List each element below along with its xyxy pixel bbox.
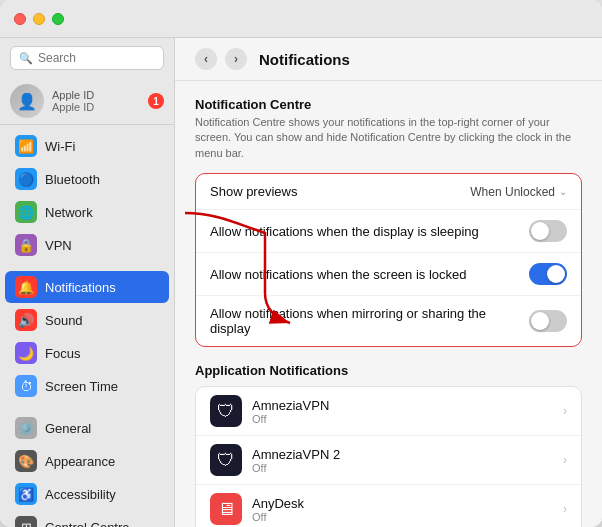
anydesk-chevron: › (563, 502, 567, 516)
anydesk-name: AnyDesk (252, 496, 553, 511)
apple-id-label: Apple ID (52, 101, 140, 113)
sidebar-label-screentime: Screen Time (45, 379, 118, 394)
search-input[interactable] (38, 51, 155, 65)
close-button[interactable] (14, 13, 26, 25)
sidebar-label-bluetooth: Bluetooth (45, 172, 100, 187)
detail-pane: ‹ › Notifications Notification Centre No… (175, 38, 602, 527)
notifications-icon: 🔔 (15, 276, 37, 298)
allow-mirroring-row: Allow notifications when mirroring or sh… (196, 296, 581, 346)
allow-mirroring-knob (531, 312, 549, 330)
sidebar-item-controlcentre[interactable]: ⊞ Control Centre (5, 511, 169, 527)
detail-body: Notification Centre Notification Centre … (175, 81, 602, 527)
anydesk-status: Off (252, 511, 553, 523)
allow-sleeping-label: Allow notifications when the display is … (210, 224, 479, 239)
allow-locked-label: Allow notifications when the screen is l… (210, 267, 467, 282)
maximize-button[interactable] (52, 13, 64, 25)
vpn-icon: 🔒 (15, 234, 37, 256)
traffic-lights (14, 13, 64, 25)
search-box[interactable]: 🔍 (10, 46, 164, 70)
general-icon: ⚙️ (15, 417, 37, 439)
show-previews-label: Show previews (210, 184, 297, 199)
app-list: 🛡 AmneziaVPN Off › 🛡 AmneziaVPN 2 (195, 386, 582, 527)
app-row-anydesk[interactable]: 🖥 AnyDesk Off › (196, 485, 581, 527)
show-previews-text: When Unlocked (470, 185, 555, 199)
allow-mirroring-toggle[interactable] (529, 310, 567, 332)
titlebar (0, 0, 602, 38)
allow-locked-row: Allow notifications when the screen is l… (196, 253, 581, 296)
appearance-icon: 🎨 (15, 450, 37, 472)
sidebar-item-network[interactable]: 🌐 Network (5, 196, 169, 228)
amneziaVPN2-name: AmneziaVPN 2 (252, 447, 553, 462)
sidebar-label-controlcentre: Control Centre (45, 520, 130, 528)
main-content: 🔍 👤 Apple ID Apple ID 1 📶 Wi-Fi � (0, 38, 602, 527)
amneziaVPN-chevron: › (563, 404, 567, 418)
sound-icon: 🔊 (15, 309, 37, 331)
sidebar-group-network: 📶 Wi-Fi 🔵 Bluetooth 🌐 Network 🔒 VPN (0, 129, 174, 262)
sidebar-label-network: Network (45, 205, 93, 220)
avatar: 👤 (10, 84, 44, 118)
sidebar-label-appearance: Appearance (45, 454, 115, 469)
system-settings-window: 🔍 👤 Apple ID Apple ID 1 📶 Wi-Fi � (0, 0, 602, 527)
allow-sleeping-toggle[interactable] (529, 220, 567, 242)
amneziaVPN-status: Off (252, 413, 553, 425)
show-previews-chevron: ⌄ (559, 186, 567, 197)
badge: 1 (148, 93, 164, 109)
sidebar-label-focus: Focus (45, 346, 80, 361)
amneziaVPN2-chevron: › (563, 453, 567, 467)
search-icon: 🔍 (19, 52, 33, 65)
bluetooth-icon: 🔵 (15, 168, 37, 190)
amneziaVPN-icon: 🛡 (210, 395, 242, 427)
apple-id-section[interactable]: 👤 Apple ID Apple ID 1 (0, 78, 174, 125)
forward-button[interactable]: › (225, 48, 247, 70)
sidebar-group-system: ⚙️ General 🎨 Appearance ♿ Accessibility … (0, 411, 174, 527)
amneziaVPN2-status: Off (252, 462, 553, 474)
app-notifications-title: Application Notifications (195, 363, 582, 378)
controlcentre-icon: ⊞ (15, 516, 37, 527)
sidebar-label-vpn: VPN (45, 238, 72, 253)
sidebar-group-notifications: 🔔 Notifications 🔊 Sound 🌙 Focus ⏱ Screen… (0, 270, 174, 403)
sidebar-item-focus[interactable]: 🌙 Focus (5, 337, 169, 369)
notifications-settings-box: Show previews When Unlocked ⌄ Allow noti… (195, 173, 582, 347)
allow-locked-knob (547, 265, 565, 283)
sidebar-item-notifications[interactable]: 🔔 Notifications (5, 271, 169, 303)
apple-id-name: Apple ID (52, 89, 140, 101)
detail-wrapper: ‹ › Notifications Notification Centre No… (175, 38, 602, 527)
app-row-amneziaVPN2[interactable]: 🛡 AmneziaVPN 2 Off › (196, 436, 581, 485)
anydesk-icon: 🖥 (210, 493, 242, 525)
allow-mirroring-label: Allow notifications when mirroring or sh… (210, 306, 529, 336)
wifi-icon: 📶 (15, 135, 37, 157)
amneziaVPN2-info: AmneziaVPN 2 Off (252, 447, 553, 474)
notification-centre-desc: Notification Centre shows your notificat… (195, 115, 582, 161)
allow-sleeping-row: Allow notifications when the display is … (196, 210, 581, 253)
sidebar: 🔍 👤 Apple ID Apple ID 1 📶 Wi-Fi � (0, 38, 175, 527)
back-button[interactable]: ‹ (195, 48, 217, 70)
sidebar-item-screentime[interactable]: ⏱ Screen Time (5, 370, 169, 402)
screentime-icon: ⏱ (15, 375, 37, 397)
sidebar-item-appearance[interactable]: 🎨 Appearance (5, 445, 169, 477)
sidebar-item-accessibility[interactable]: ♿ Accessibility (5, 478, 169, 510)
sidebar-item-vpn[interactable]: 🔒 VPN (5, 229, 169, 261)
sidebar-item-sound[interactable]: 🔊 Sound (5, 304, 169, 336)
sidebar-label-wifi: Wi-Fi (45, 139, 75, 154)
show-previews-row[interactable]: Show previews When Unlocked ⌄ (196, 174, 581, 210)
show-previews-value[interactable]: When Unlocked ⌄ (470, 185, 567, 199)
minimize-button[interactable] (33, 13, 45, 25)
notification-centre-title: Notification Centre (195, 97, 582, 112)
accessibility-icon: ♿ (15, 483, 37, 505)
anydesk-info: AnyDesk Off (252, 496, 553, 523)
app-row-amneziaVPN[interactable]: 🛡 AmneziaVPN Off › (196, 387, 581, 436)
apple-id-info: Apple ID Apple ID (52, 89, 140, 113)
sidebar-label-accessibility: Accessibility (45, 487, 116, 502)
sidebar-label-sound: Sound (45, 313, 83, 328)
allow-locked-toggle[interactable] (529, 263, 567, 285)
focus-icon: 🌙 (15, 342, 37, 364)
sidebar-item-general[interactable]: ⚙️ General (5, 412, 169, 444)
detail-title: Notifications (259, 51, 350, 68)
sidebar-item-wifi[interactable]: 📶 Wi-Fi (5, 130, 169, 162)
network-icon: 🌐 (15, 201, 37, 223)
sidebar-item-bluetooth[interactable]: 🔵 Bluetooth (5, 163, 169, 195)
detail-header: ‹ › Notifications (175, 38, 602, 81)
amneziaVPN-name: AmneziaVPN (252, 398, 553, 413)
allow-sleeping-knob (531, 222, 549, 240)
sidebar-label-notifications: Notifications (45, 280, 116, 295)
